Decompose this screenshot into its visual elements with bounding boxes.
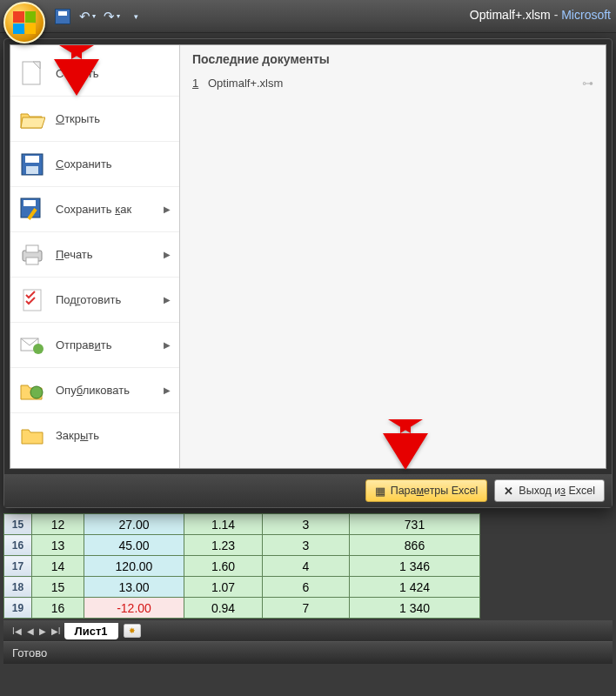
table-row[interactable]: 181513.001.0761 424 — [4, 577, 480, 598]
close-icon: ✕ — [504, 485, 513, 498]
cell[interactable]: 731 — [350, 514, 480, 535]
qat-customize-button[interactable]: ▾ — [125, 7, 146, 26]
cell[interactable]: 4 — [263, 556, 350, 577]
menu-item-label: Сохранить — [56, 157, 171, 171]
office-menu-footer: ▦ Параметры Excel ✕ Выход из Excel — [4, 474, 612, 507]
cell[interactable]: 27.00 — [84, 514, 184, 535]
footer-btn-label: Параметры Excel — [391, 485, 479, 497]
title-bar: ↶▾ ↷▾ ▾ Optimalf+.xlsm - Microsoft — [0, 0, 616, 33]
menu-item-open[interactable]: Открыть — [10, 96, 179, 141]
row-header[interactable]: 17 — [4, 556, 32, 577]
menu-item-publish[interactable]: Опубликовать ▶ — [10, 367, 179, 412]
close-folder-icon — [19, 423, 45, 449]
insert-sheet-button[interactable]: ✸ — [124, 624, 141, 638]
cell[interactable]: 15 — [32, 577, 84, 598]
table-row[interactable]: 1714120.001.6041 346 — [4, 556, 480, 577]
tab-nav-prev[interactable]: ◀ — [25, 626, 36, 636]
worksheet-grid[interactable]: 151227.001.143731161345.001.233866171412… — [3, 513, 613, 664]
cell[interactable]: 16 — [32, 598, 84, 619]
cell[interactable]: 1 346 — [350, 556, 480, 577]
cell[interactable]: 7 — [263, 598, 350, 619]
menu-item-save[interactable]: Сохранить — [10, 141, 179, 186]
tab-nav-next[interactable]: ▶ — [37, 626, 48, 636]
tab-nav-last[interactable]: ▶I — [50, 626, 63, 636]
cell[interactable]: 0.94 — [184, 598, 263, 619]
exit-excel-button[interactable]: ✕ Выход из Excel — [494, 479, 605, 502]
footer-btn-label: Выход из Excel — [519, 485, 595, 497]
menu-item-label: Подготовить — [56, 293, 153, 306]
excel-options-button[interactable]: ▦ Параметры Excel — [365, 479, 488, 502]
cell[interactable]: 3 — [263, 514, 350, 535]
menu-item-save-as[interactable]: Сохранить как ▶ — [10, 186, 179, 231]
options-icon: ▦ — [375, 485, 385, 498]
floppy-pencil-icon — [19, 197, 45, 223]
sheet-tab-strip: I◀ ◀ ▶ ▶I Лист1 ✸ — [3, 620, 613, 641]
cell[interactable]: 1.07 — [184, 577, 263, 598]
table-row[interactable]: 151227.001.143731 — [4, 514, 480, 535]
sheet-tab[interactable]: Лист1 — [64, 623, 118, 639]
row-header[interactable]: 16 — [4, 535, 32, 556]
pin-icon[interactable]: ⊶ — [582, 77, 593, 90]
cell[interactable]: 6 — [263, 577, 350, 598]
undo-icon: ↶ — [79, 9, 90, 24]
svg-rect-10 — [26, 258, 38, 264]
menu-item-prepare[interactable]: Подготовить ▶ — [10, 277, 179, 322]
svg-rect-3 — [25, 156, 39, 163]
qat-undo-button[interactable]: ↶▾ — [77, 7, 97, 26]
title-app: Microsoft — [561, 8, 611, 22]
cell[interactable]: 866 — [350, 535, 480, 556]
cell[interactable]: 13 — [32, 535, 84, 556]
table-row[interactable]: 1916-12.000.9471 340 — [4, 598, 480, 619]
cell[interactable]: 1.23 — [184, 535, 263, 556]
submenu-arrow-icon: ▶ — [164, 385, 171, 395]
cell[interactable]: 1.14 — [184, 514, 263, 535]
prepare-icon — [19, 287, 45, 313]
office-menu-commands: Создать Открыть Сохранить Сохранить как … — [10, 45, 180, 468]
submenu-arrow-icon: ▶ — [164, 204, 171, 214]
menu-item-close[interactable]: Закрыть — [10, 412, 179, 458]
table-row[interactable]: 161345.001.233866 — [4, 535, 480, 556]
cell[interactable]: 120.00 — [84, 556, 184, 577]
save-icon — [55, 9, 70, 24]
chevron-down-icon: ▾ — [92, 12, 96, 20]
publish-icon — [19, 378, 45, 404]
cell[interactable]: 13.00 — [84, 577, 184, 598]
menu-item-label: Опубликовать — [56, 384, 153, 397]
menu-item-send[interactable]: Отправить ▶ — [10, 322, 179, 367]
svg-rect-4 — [26, 166, 38, 174]
tab-nav-first[interactable]: I◀ — [10, 626, 23, 636]
cell[interactable]: 45.00 — [84, 535, 184, 556]
row-header[interactable]: 15 — [4, 514, 32, 535]
cell[interactable]: 12 — [32, 514, 84, 535]
annotation-arrow — [54, 59, 99, 96]
insert-sheet-icon: ✸ — [129, 626, 136, 635]
row-header[interactable]: 19 — [4, 598, 32, 619]
menu-item-print[interactable]: Печать ▶ — [10, 231, 179, 277]
recent-document-item[interactable]: 1 Optimalf+.xlsm ⊶ — [192, 73, 593, 93]
chevron-down-icon: ▾ — [117, 12, 120, 20]
redo-icon: ↷ — [104, 9, 115, 24]
cell[interactable]: -12.00 — [84, 598, 184, 619]
cell[interactable]: 1 424 — [350, 577, 480, 598]
office-button[interactable] — [3, 2, 45, 44]
status-text: Готово — [12, 646, 47, 659]
cell[interactable]: 14 — [32, 556, 84, 577]
qat-save-button[interactable] — [52, 7, 73, 26]
qat-redo-button[interactable]: ↷▾ — [101, 7, 122, 26]
send-icon — [19, 332, 45, 358]
status-bar: Готово — [3, 641, 613, 664]
svg-rect-6 — [23, 200, 36, 206]
menu-item-label: Открыть — [56, 112, 171, 125]
quick-access-toolbar: ↶▾ ↷▾ ▾ — [52, 7, 146, 26]
recent-item-number: 1 — [192, 77, 203, 90]
cell[interactable]: 1 340 — [350, 598, 480, 619]
chevron-down-icon: ▾ — [134, 12, 138, 21]
cell[interactable]: 1.60 — [184, 556, 263, 577]
row-header[interactable]: 18 — [4, 577, 32, 598]
menu-item-label: Сохранить как — [56, 203, 153, 216]
printer-icon — [19, 242, 45, 268]
cell[interactable]: 3 — [263, 535, 350, 556]
menu-item-label: Отправить — [56, 338, 153, 351]
svg-point-14 — [30, 386, 43, 398]
svg-point-13 — [33, 344, 44, 354]
